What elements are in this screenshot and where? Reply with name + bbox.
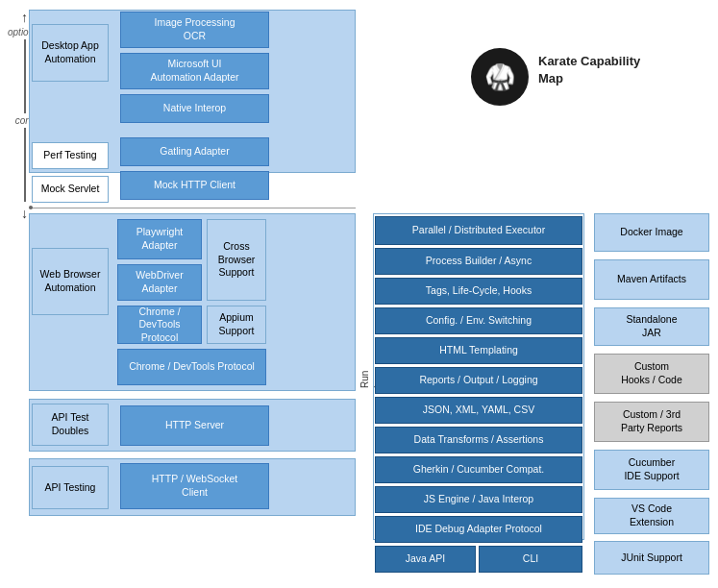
docker-image-text: Docker Image <box>620 226 682 239</box>
custom-hooks-text: Custom Hooks / Code <box>621 360 682 386</box>
java-api-box: Java API <box>375 546 476 573</box>
chrome-devtools-wide-box: Chrome / DevTools Protocol <box>117 349 266 385</box>
title-text: Karate Capability Map <box>538 54 640 86</box>
playwright-text: Playwright Adapter <box>136 226 183 252</box>
web-browser-label: Web Browser Automation <box>32 248 109 315</box>
gatling-adapter-box: Gatling Adapter <box>120 137 269 166</box>
http-websocket-text: HTTP / WebSocket Client <box>152 473 237 499</box>
mock-http-box: Mock HTTP Client <box>120 171 269 200</box>
arrow-line-2 <box>24 128 26 202</box>
karate-icon: 🥋 <box>484 62 515 92</box>
ms-ui-text: Microsoft UI Automation Adapter <box>150 58 238 84</box>
api-test-doubles-label: API Test Doubles <box>32 404 109 446</box>
ms-ui-box: Microsoft UI Automation Adapter <box>120 53 269 89</box>
custom-3rd-text: Custom / 3rd Party Reports <box>621 408 682 434</box>
tags-lifecycle-text: Tags, Life-Cycle, Hooks <box>426 284 532 298</box>
mock-servlet-box: Mock Servlet <box>32 176 109 203</box>
ide-debug-box: IDE Debug Adapter Protocol <box>375 516 582 543</box>
standalone-jar-text: Standalone JAR <box>626 313 677 339</box>
chrome-devtools-wide-text: Chrome / DevTools Protocol <box>129 360 255 374</box>
chrome-devtools-text: Chrome / DevTools Protocol <box>121 306 198 345</box>
vs-code-box: VS Code Extension <box>594 498 709 534</box>
appium-text: Appium Support <box>219 311 255 337</box>
data-transforms-box: Data Transforms / Assertions <box>375 427 582 453</box>
junit-support-box: JUnit Support <box>594 541 709 575</box>
image-processing-text: Image Processing OCR <box>154 16 235 42</box>
http-websocket-box: HTTP / WebSocket Client <box>120 463 269 509</box>
api-testing-text: API Testing <box>45 481 96 495</box>
vs-code-text: VS Code Extension <box>630 502 674 528</box>
gherkin-text: Gherkin / Cucumber Compat. <box>413 463 545 477</box>
reports-output-text: Reports / Output / Logging <box>419 374 537 387</box>
http-server-box: HTTP Server <box>120 405 269 446</box>
maven-artifacts-box: Maven Artifacts <box>594 259 709 300</box>
cli-text: CLI <box>523 552 538 566</box>
cross-browser-text: Cross Browser Support <box>218 240 256 280</box>
perf-testing-box: Perf Testing <box>32 142 109 169</box>
chrome-devtools-box: Chrome / DevTools Protocol <box>117 306 202 344</box>
native-interop-box: Native Interop <box>120 94 269 123</box>
json-xml-text: JSON, XML, YAML, CSV <box>423 404 534 417</box>
tags-lifecycle-box: Tags, Life-Cycle, Hooks <box>375 278 582 305</box>
custom-3rd-box: Custom / 3rd Party Reports <box>594 402 709 442</box>
api-test-doubles-text: API Test Doubles <box>52 411 89 437</box>
divider-dot <box>29 206 33 209</box>
html-templating-text: HTML Templating <box>439 344 518 357</box>
webdriver-text: WebDriver Adapter <box>136 269 183 295</box>
js-engine-box: JS Engine / Java Interop <box>375 486 582 513</box>
cucumber-ide-box: Cucumber IDE Support <box>594 450 709 490</box>
arrow-down-icon: ↓ <box>21 206 28 221</box>
cross-browser-box: Cross Browser Support <box>207 219 266 301</box>
java-api-text: Java API <box>406 552 445 566</box>
image-processing-box: Image Processing OCR <box>120 12 269 48</box>
html-templating-box: HTML Templating <box>375 337 582 364</box>
junit-support-text: JUnit Support <box>621 551 682 565</box>
desktop-app-text: Desktop App Automation <box>41 39 99 65</box>
desktop-app-label: Desktop App Automation <box>32 24 109 82</box>
gherkin-box: Gherkin / Cucumber Compat. <box>375 456 582 483</box>
web-browser-text: Web Browser Automation <box>40 268 101 294</box>
karate-logo: 🥋 <box>471 48 529 106</box>
parallel-text: Parallel / Distributed Executor <box>412 224 545 237</box>
playwright-box: Playwright Adapter <box>117 219 202 259</box>
custom-hooks-box: Custom Hooks / Code <box>594 354 709 394</box>
api-testing-label: API Testing <box>32 466 109 509</box>
appium-box: Appium Support <box>207 306 266 344</box>
diagram-container: ↑ optional core ↓ Desktop App Automation… <box>0 0 718 588</box>
data-transforms-text: Data Transforms / Assertions <box>414 433 544 447</box>
config-env-box: Config. / Env. Switching <box>375 307 582 334</box>
docker-image-box: Docker Image <box>594 213 709 252</box>
webdriver-box: WebDriver Adapter <box>117 264 202 301</box>
mock-servlet-text: Mock Servlet <box>41 183 100 196</box>
ide-debug-text: IDE Debug Adapter Protocol <box>415 523 542 536</box>
mock-http-text: Mock HTTP Client <box>154 179 235 192</box>
config-env-text: Config. / Env. Switching <box>426 314 532 328</box>
js-engine-text: JS Engine / Java Interop <box>424 493 533 506</box>
arrow-up-icon: ↑ <box>21 10 28 25</box>
perf-testing-text: Perf Testing <box>43 149 96 162</box>
json-xml-box: JSON, XML, YAML, CSV <box>375 397 582 424</box>
http-server-text: HTTP Server <box>165 419 224 432</box>
cucumber-ide-text: Cucumber IDE Support <box>624 456 679 482</box>
process-builder-text: Process Builder / Async <box>426 255 532 268</box>
standalone-jar-box: Standalone JAR <box>594 307 709 346</box>
process-builder-box: Process Builder / Async <box>375 248 582 275</box>
reports-output-box: Reports / Output / Logging <box>375 367 582 394</box>
parallel-box: Parallel / Distributed Executor <box>375 216 582 245</box>
arrow-line <box>24 39 26 113</box>
page-title: Karate Capability Map <box>538 53 654 87</box>
cli-box: CLI <box>479 546 582 573</box>
maven-artifacts-text: Maven Artifacts <box>617 273 686 286</box>
divider-line <box>29 208 356 208</box>
native-interop-text: Native Interop <box>163 102 226 115</box>
gatling-adapter-text: Gatling Adapter <box>160 145 229 159</box>
